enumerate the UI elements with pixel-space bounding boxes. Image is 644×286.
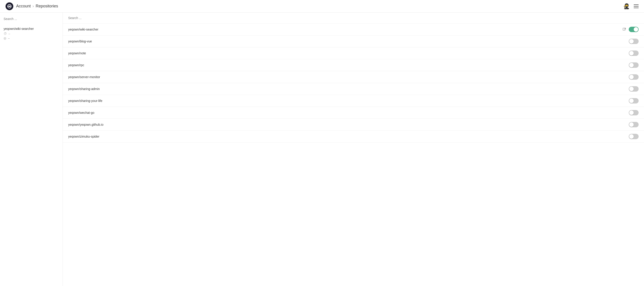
repo-name: yeqown/zimuku-spider — [68, 135, 99, 138]
repo-name: yeqown/server-monitor — [68, 75, 100, 79]
repo-actions — [622, 27, 638, 32]
repo-name: yeqown/sharing-your-life — [68, 99, 102, 103]
content-search-input[interactable] — [68, 16, 638, 20]
repo-list-item: yeqown/yeqown.github.io — [63, 119, 644, 131]
repo-list-item: yeqown/zimuku-spider — [63, 131, 644, 143]
repo-list-item: yeqown/note — [63, 47, 644, 59]
repo-toggle[interactable] — [629, 51, 638, 56]
sidebar-search-input[interactable] — [4, 16, 59, 22]
sidebar-meta-row-1: ⏱ – — [4, 32, 59, 36]
repo-toggle[interactable] — [629, 74, 638, 80]
breadcrumb-repos: Repositories — [36, 4, 58, 9]
repo-actions — [629, 62, 638, 68]
avatar[interactable]: 🥷 — [623, 3, 630, 10]
clock-icon: ⏱ — [4, 32, 7, 36]
sidebar-item-meta: ⏱ – ◎ – — [4, 32, 59, 40]
repo-name: yeqown/note — [68, 51, 86, 55]
svg-point-3 — [9, 6, 10, 7]
repo-toggle[interactable] — [629, 27, 638, 32]
header: Account › Repositories 🥷 — [0, 0, 644, 13]
repo-actions — [629, 110, 638, 115]
svg-line-5 — [624, 28, 626, 30]
sidebar-search-container — [0, 16, 62, 25]
repo-list-item: yeqown/wechat-go — [63, 107, 644, 119]
sidebar-selected-item[interactable]: yeqown/wiki-searcher ⏱ – ◎ – — [0, 25, 62, 42]
sidebar-meta-value-1: – — [8, 32, 10, 36]
repo-actions — [629, 134, 638, 139]
repo-list-item: yeqown/blog-vue — [63, 36, 644, 47]
repo-toggle[interactable] — [629, 98, 638, 104]
sidebar-meta-value-2: – — [8, 37, 10, 40]
repo-actions — [629, 122, 638, 127]
repo-toggle[interactable] — [629, 134, 638, 139]
content-search-container — [63, 13, 644, 24]
repo-name: yeqown/wiki-searcher — [68, 28, 98, 31]
repo-name: yeqown/yeqown.github.io — [68, 123, 103, 126]
repo-name: yeqown/rpc — [68, 63, 84, 67]
repo-actions — [629, 98, 638, 104]
external-link-icon[interactable] — [622, 28, 626, 31]
repo-list-item: yeqown/sharing-admin — [63, 83, 644, 95]
main-layout: yeqown/wiki-searcher ⏱ – ◎ – yeqown/wiki… — [0, 13, 644, 286]
hamburger-menu-icon[interactable] — [634, 5, 638, 8]
logo-icon[interactable] — [6, 2, 14, 10]
repo-list-item: yeqown/wiki-searcher — [63, 24, 644, 36]
content-area: yeqown/wiki-searcher yeqown/blog-vueyeqo… — [63, 13, 644, 286]
circle-icon: ◎ — [4, 36, 6, 40]
repo-toggle[interactable] — [629, 110, 638, 115]
breadcrumb-account[interactable]: Account — [16, 4, 31, 9]
repo-toggle[interactable] — [629, 39, 638, 44]
repo-list-item: yeqown/server-monitor — [63, 71, 644, 83]
header-left: Account › Repositories — [6, 2, 58, 10]
svg-rect-4 — [623, 28, 625, 30]
sidebar-item-title: yeqown/wiki-searcher — [4, 27, 59, 31]
repo-actions — [629, 86, 638, 92]
repository-list: yeqown/wiki-searcher yeqown/blog-vueyeqo… — [63, 24, 644, 143]
repo-toggle[interactable] — [629, 62, 638, 68]
header-right: 🥷 — [623, 3, 638, 10]
repo-actions — [629, 39, 638, 44]
repo-toggle[interactable] — [629, 122, 638, 127]
repo-actions — [629, 51, 638, 56]
repo-toggle[interactable] — [629, 86, 638, 92]
repo-list-item: yeqown/rpc — [63, 59, 644, 71]
breadcrumb: Account › Repositories — [16, 4, 58, 9]
repo-actions — [629, 74, 638, 80]
sidebar: yeqown/wiki-searcher ⏱ – ◎ – — [0, 13, 63, 286]
repo-name: yeqown/wechat-go — [68, 111, 94, 115]
breadcrumb-separator: › — [32, 4, 34, 9]
repo-name: yeqown/blog-vue — [68, 40, 92, 43]
repo-name: yeqown/sharing-admin — [68, 87, 100, 91]
sidebar-meta-row-2: ◎ – — [4, 36, 59, 40]
repo-list-item: yeqown/sharing-your-life — [63, 95, 644, 107]
